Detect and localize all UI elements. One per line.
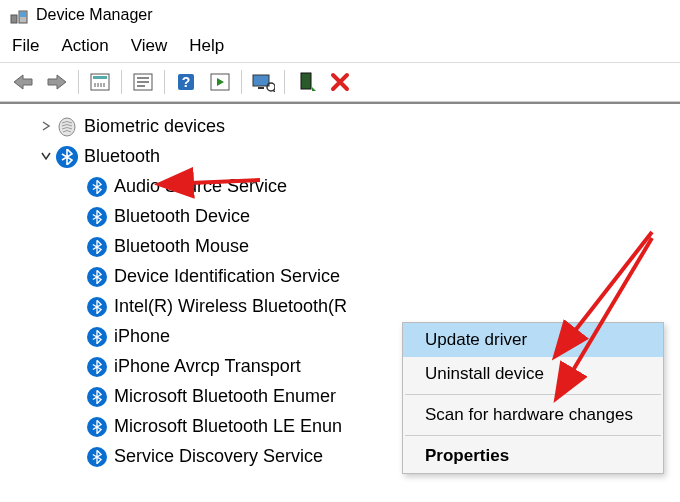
tree-node-label: Bluetooth Device: [114, 203, 250, 231]
menu-item-uninstall-device[interactable]: Uninstall device: [403, 357, 663, 391]
tree-node-child[interactable]: Intel(R) Wireless Bluetooth(R: [0, 292, 680, 322]
menu-separator: [405, 394, 661, 395]
tree-node-label: Bluetooth Mouse: [114, 233, 249, 261]
svg-line-16: [273, 90, 275, 92]
back-button[interactable]: [6, 67, 40, 97]
bluetooth-icon: [86, 266, 108, 288]
forward-button[interactable]: [40, 67, 74, 97]
toolbar-separator: [121, 70, 122, 94]
bluetooth-icon: [86, 296, 108, 318]
tree-node-label: Microsoft Bluetooth Enumer: [114, 383, 336, 411]
context-menu: Update driver Uninstall device Scan for …: [402, 322, 664, 474]
bluetooth-icon: [86, 326, 108, 348]
toolbar-separator: [241, 70, 242, 94]
tree-node-label: Audio Source Service: [114, 173, 287, 201]
tree-node-label: Intel(R) Wireless Bluetooth(R: [114, 293, 347, 321]
bluetooth-icon: [86, 416, 108, 438]
svg-marker-12: [217, 78, 224, 86]
menu-item-scan-hardware[interactable]: Scan for hardware changes: [403, 398, 663, 432]
tree-node-label: Service Discovery Service: [114, 443, 323, 471]
title-bar: Device Manager: [0, 0, 680, 30]
menu-item-label: Uninstall device: [425, 364, 544, 383]
menu-item-update-driver[interactable]: Update driver: [403, 323, 663, 357]
bluetooth-icon: [86, 206, 108, 228]
help-toolbar-button[interactable]: ?: [169, 67, 203, 97]
bluetooth-icon: [86, 446, 108, 468]
svg-marker-18: [312, 87, 316, 91]
svg-rect-2: [20, 12, 26, 17]
tree-node-label: Biometric devices: [84, 113, 225, 141]
tree-node-child[interactable]: Bluetooth Device: [0, 202, 680, 232]
svg-text:?: ?: [182, 74, 191, 90]
menu-separator: [405, 435, 661, 436]
menu-view[interactable]: View: [131, 36, 168, 56]
bluetooth-icon: [86, 176, 108, 198]
svg-rect-14: [258, 87, 264, 89]
tree-node-child[interactable]: Bluetooth Mouse: [0, 232, 680, 262]
tree-node-child[interactable]: Device Identification Service: [0, 262, 680, 292]
svg-point-19: [59, 118, 75, 136]
svg-rect-13: [253, 75, 269, 86]
toolbar-separator: [164, 70, 165, 94]
chevron-down-icon[interactable]: [36, 147, 56, 167]
menu-file[interactable]: File: [12, 36, 39, 56]
fingerprint-icon: [56, 116, 78, 138]
show-hidden-button[interactable]: [83, 67, 117, 97]
chevron-right-icon[interactable]: [36, 117, 56, 137]
menu-item-label: Properties: [425, 446, 509, 465]
tree-node-biometric[interactable]: Biometric devices: [0, 112, 680, 142]
update-toolbar-button[interactable]: [289, 67, 323, 97]
tree-node-label: iPhone Avrcp Transport: [114, 353, 301, 381]
toolbar-separator: [78, 70, 79, 94]
tree-node-child[interactable]: Audio Source Service: [0, 172, 680, 202]
toolbar: ?: [0, 62, 680, 102]
properties-toolbar-button[interactable]: [126, 67, 160, 97]
svg-rect-6: [137, 77, 149, 79]
delete-toolbar-button[interactable]: [323, 67, 357, 97]
svg-rect-7: [137, 81, 149, 83]
window-title: Device Manager: [36, 6, 153, 24]
svg-rect-8: [137, 85, 145, 87]
tree-node-label: iPhone: [114, 323, 170, 351]
menu-item-label: Scan for hardware changes: [425, 405, 633, 424]
svg-rect-4: [93, 76, 107, 79]
menu-item-label: Update driver: [425, 330, 527, 349]
svg-rect-0: [11, 15, 17, 23]
monitor-toolbar-button[interactable]: [246, 67, 280, 97]
tree-node-label: Microsoft Bluetooth LE Enun: [114, 413, 342, 441]
toolbar-separator: [284, 70, 285, 94]
bluetooth-icon: [56, 146, 78, 168]
menu-bar: File Action View Help: [0, 30, 680, 62]
menu-help[interactable]: Help: [189, 36, 224, 56]
svg-rect-17: [301, 73, 311, 89]
bluetooth-icon: [86, 386, 108, 408]
bluetooth-icon: [86, 356, 108, 378]
tree-node-label: Device Identification Service: [114, 263, 340, 291]
device-manager-icon: [10, 6, 28, 24]
tree-node-label: Bluetooth: [84, 143, 160, 171]
tree-node-bluetooth[interactable]: Bluetooth: [0, 142, 680, 172]
bluetooth-icon: [86, 236, 108, 258]
scan-toolbar-button[interactable]: [203, 67, 237, 97]
menu-action[interactable]: Action: [61, 36, 108, 56]
menu-item-properties[interactable]: Properties: [403, 439, 663, 473]
